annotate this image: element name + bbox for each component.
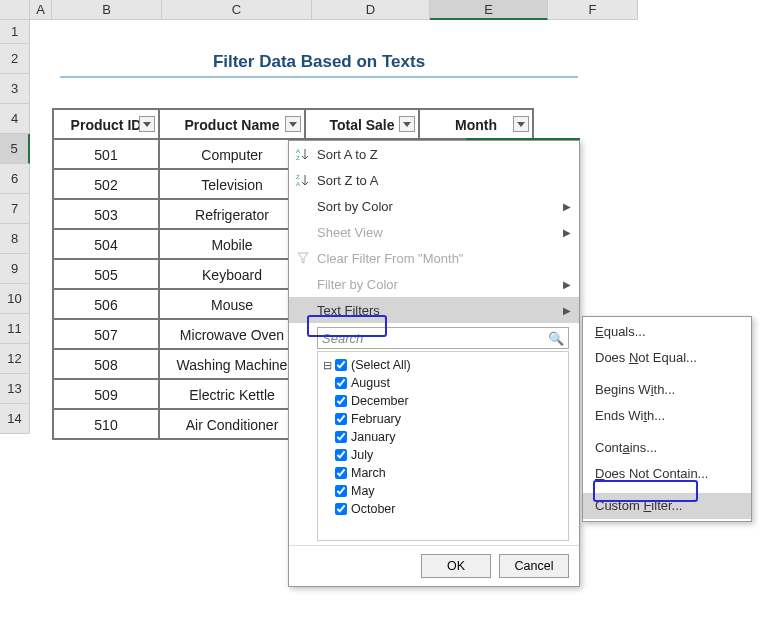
cell-id[interactable]: 503: [53, 199, 159, 229]
check-item[interactable]: January: [322, 428, 564, 446]
check-item[interactable]: March: [322, 464, 564, 482]
check-item[interactable]: ⊟(Select All): [322, 356, 564, 374]
cell-name[interactable]: Air Conditioner: [159, 409, 305, 439]
col-B[interactable]: B: [52, 0, 162, 20]
filter-btn-month[interactable]: [513, 116, 529, 132]
cell-name[interactable]: Television: [159, 169, 305, 199]
filter-checklist[interactable]: ⊟(Select All) August December February J…: [317, 351, 569, 541]
check-item[interactable]: July: [322, 446, 564, 464]
checkbox[interactable]: [335, 449, 347, 461]
cell-name[interactable]: Washing Machine: [159, 349, 305, 379]
col-D[interactable]: D: [312, 0, 430, 20]
check-item[interactable]: May: [322, 482, 564, 500]
row-4[interactable]: 4: [0, 104, 30, 134]
highlight-custom-filter: [593, 480, 698, 502]
page-title: Filter Data Based on Texts: [60, 52, 578, 78]
row-5[interactable]: 5: [0, 134, 30, 164]
row-10[interactable]: 10: [0, 284, 30, 314]
checkbox[interactable]: [335, 467, 347, 479]
col-F[interactable]: F: [548, 0, 638, 20]
svg-text:Z: Z: [296, 155, 300, 161]
row-9[interactable]: 9: [0, 254, 30, 284]
cell-name[interactable]: Electric Kettle: [159, 379, 305, 409]
chevron-right-icon: ▶: [563, 279, 571, 290]
equals[interactable]: Equals...: [583, 319, 751, 345]
svg-text:Z: Z: [296, 174, 300, 180]
check-item[interactable]: December: [322, 392, 564, 410]
checkbox[interactable]: [335, 431, 347, 443]
cell-name[interactable]: Refrigerator: [159, 199, 305, 229]
clear-filter-icon: [295, 250, 311, 266]
select-all-corner[interactable]: [0, 0, 30, 20]
sort-az[interactable]: AZSort A to Z: [289, 141, 579, 167]
cell-name[interactable]: Computer: [159, 139, 305, 169]
row-7[interactable]: 7: [0, 194, 30, 224]
row-3[interactable]: 3: [0, 74, 30, 104]
row-2[interactable]: 2: [0, 44, 30, 74]
ends-with[interactable]: Ends With...: [583, 403, 751, 429]
header-product-name: Product Name: [159, 109, 305, 139]
column-headers: ABCDEF: [0, 0, 638, 20]
cell-name[interactable]: Keyboard: [159, 259, 305, 289]
sort-za-icon: ZA: [295, 172, 311, 188]
cell-name[interactable]: Microwave Oven: [159, 319, 305, 349]
col-E[interactable]: E: [430, 0, 548, 20]
ok-button[interactable]: OK: [421, 554, 491, 578]
col-C[interactable]: C: [162, 0, 312, 20]
chevron-right-icon: ▶: [563, 227, 571, 238]
checkbox[interactable]: [335, 413, 347, 425]
check-item[interactable]: October: [322, 500, 564, 518]
svg-text:A: A: [296, 148, 300, 154]
checkbox[interactable]: [335, 503, 347, 515]
filter-by-color: Filter by Color▶: [289, 271, 579, 297]
cell-id[interactable]: 508: [53, 349, 159, 379]
cell-name[interactable]: Mobile: [159, 229, 305, 259]
check-item[interactable]: February: [322, 410, 564, 428]
cancel-button[interactable]: Cancel: [499, 554, 569, 578]
begins-with[interactable]: Begins With...: [583, 377, 751, 403]
sort-az-icon: AZ: [295, 146, 311, 162]
header-month: Month: [419, 109, 533, 139]
table-header-row: Product ID Product Name Total Sale Month: [53, 109, 533, 139]
row-6[interactable]: 6: [0, 164, 30, 194]
header-product-id: Product ID: [53, 109, 159, 139]
cell-name[interactable]: Mouse: [159, 289, 305, 319]
filter-btn-name[interactable]: [285, 116, 301, 132]
filter-btn-sale[interactable]: [399, 116, 415, 132]
row-8[interactable]: 8: [0, 224, 30, 254]
cell-id[interactable]: 505: [53, 259, 159, 289]
svg-text:A: A: [296, 181, 300, 187]
filter-menu: AZSort A to Z ZASort Z to A Sort by Colo…: [288, 140, 580, 587]
chevron-right-icon: ▶: [563, 305, 571, 316]
checkbox[interactable]: [335, 485, 347, 497]
cell-id[interactable]: 504: [53, 229, 159, 259]
cell-id[interactable]: 501: [53, 139, 159, 169]
filter-btn-id[interactable]: [139, 116, 155, 132]
not-equal[interactable]: Does Not Equal...: [583, 345, 751, 371]
contains[interactable]: Contains...: [583, 435, 751, 461]
cell-id[interactable]: 507: [53, 319, 159, 349]
checkbox[interactable]: [335, 359, 347, 371]
row-1[interactable]: 1: [0, 20, 30, 44]
row-11[interactable]: 11: [0, 314, 30, 344]
col-A[interactable]: A: [30, 0, 52, 20]
cell-id[interactable]: 502: [53, 169, 159, 199]
filter-buttons: OK Cancel: [289, 545, 579, 586]
header-total-sale: Total Sale: [305, 109, 419, 139]
chevron-right-icon: ▶: [563, 201, 571, 212]
row-14[interactable]: 14: [0, 404, 30, 434]
checkbox[interactable]: [335, 395, 347, 407]
checkbox[interactable]: [335, 377, 347, 389]
sort-by-color[interactable]: Sort by Color▶: [289, 193, 579, 219]
highlight-text-filters: [307, 315, 387, 337]
search-icon: 🔍: [548, 331, 564, 346]
row-headers: 1234567891011121314: [0, 20, 30, 434]
cell-id[interactable]: 506: [53, 289, 159, 319]
row-12[interactable]: 12: [0, 344, 30, 374]
row-13[interactable]: 13: [0, 374, 30, 404]
cell-id[interactable]: 510: [53, 409, 159, 439]
check-item[interactable]: August: [322, 374, 564, 392]
sort-za[interactable]: ZASort Z to A: [289, 167, 579, 193]
clear-filter: Clear Filter From "Month": [289, 245, 579, 271]
cell-id[interactable]: 509: [53, 379, 159, 409]
